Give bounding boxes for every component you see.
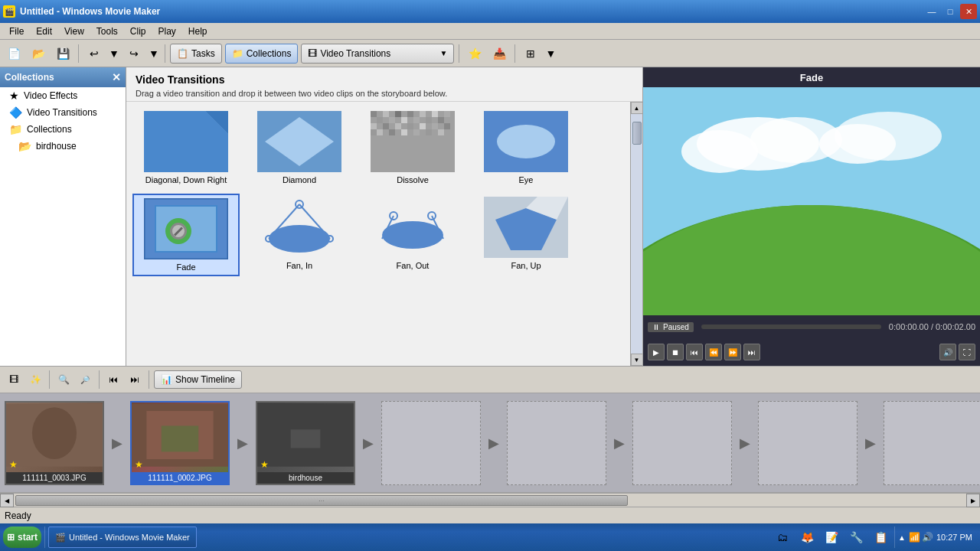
taskbar-separator (44, 527, 45, 548)
system-clock[interactable]: 10:27 PM (936, 533, 972, 542)
sidebar-item-video-transitions[interactable]: 🔷 Video Transitions (0, 104, 126, 121)
transitions-header: Video Transitions Drag a video transitio… (126, 67, 642, 102)
menu-file[interactable]: File (3, 24, 30, 38)
transitions-grid-container: Diagonal, Down Right Diamond (126, 102, 630, 366)
svg-rect-8 (377, 117, 383, 123)
next-frame-button[interactable]: ⏭ (743, 344, 760, 360)
transition-fan-out[interactable]: Fan, Out (359, 194, 466, 276)
menu-clip[interactable]: Clip (124, 24, 152, 38)
svg-rect-24 (432, 123, 438, 129)
start-label: start (18, 532, 38, 543)
sidebar-item-video-effects[interactable]: ★ Video Effects (0, 87, 126, 104)
tasks-button[interactable]: 📋 Tasks (170, 44, 222, 64)
show-timeline-label: Show Timeline (175, 374, 235, 385)
menu-edit[interactable]: Edit (30, 24, 58, 38)
volume-icon[interactable]: 🔊 (922, 532, 933, 543)
transitions-title: Video Transitions (136, 73, 633, 86)
svg-rect-22 (407, 123, 413, 129)
redo-dropdown[interactable]: ▼ (148, 43, 160, 64)
undo-dropdown[interactable]: ▼ (108, 43, 120, 64)
left-panel-close[interactable]: ✕ (112, 71, 121, 83)
storyboard-clip-3[interactable]: ★ birdhouse (256, 401, 355, 485)
save-button[interactable]: 💾 (52, 43, 74, 64)
svg-point-34 (497, 125, 555, 158)
next-frame-storyboard[interactable]: ⏭ (126, 370, 144, 389)
horizontal-scroll-thumb[interactable]: ⋯ (15, 495, 628, 506)
transition-label: Fan, In (286, 261, 312, 270)
svg-rect-28 (401, 129, 407, 135)
collections-label: Collections (247, 48, 292, 59)
tray-icon-browser[interactable]: 🦊 (796, 527, 818, 548)
grid-button[interactable]: ⊞ (520, 43, 541, 64)
transition-diamond[interactable]: Diamond (246, 108, 353, 187)
tray-icon-word[interactable]: 📝 (821, 527, 842, 548)
storyboard-icon-button[interactable]: 🎞 (5, 370, 23, 389)
transition-fade[interactable]: Fade (132, 194, 240, 276)
menu-view[interactable]: View (58, 24, 90, 38)
fullscreen-button[interactable]: ⛶ (959, 344, 975, 360)
start-button[interactable]: ⊞ start (3, 527, 41, 548)
clip-thumbnail (132, 403, 228, 472)
storyboard-clip-2[interactable]: ★ 111111_0002.JPG (130, 401, 230, 485)
transition-diagonal-down-right[interactable]: Diagonal, Down Right (132, 108, 240, 187)
prev-frame-button[interactable]: ⏮ (686, 344, 703, 360)
volume-button[interactable]: 🔊 (939, 344, 956, 360)
bt-separator-3 (149, 370, 149, 389)
sidebar-item-collections[interactable]: 📁 Collections (0, 121, 126, 138)
collections-button[interactable]: 📁 Collections (225, 44, 299, 64)
zoom-in-button[interactable]: 🔍 (54, 370, 73, 389)
scroll-up-arrow[interactable]: ▲ (631, 102, 643, 114)
storyboard-clip-1[interactable]: ★ 111111_0003.JPG (5, 401, 104, 485)
taskbar-moviemaker-app[interactable]: 🎬 Untitled - Windows Movie Maker (48, 527, 197, 548)
transition-label: Fade (176, 262, 195, 272)
tray-arrow[interactable]: ▲ (898, 533, 906, 542)
tray-icon-clipboard[interactable]: 📋 (870, 527, 891, 548)
transition-eye[interactable]: Eye (472, 108, 580, 187)
scroll-right-btn[interactable]: ▶ (966, 494, 980, 507)
transition-arrow-3: ▶ (355, 401, 381, 485)
vertical-scrollbar[interactable]: ▲ ▼ (630, 102, 642, 366)
toolbar-separator-1 (78, 44, 79, 63)
magic-wand-button[interactable]: ✨ (26, 370, 44, 389)
stop-button[interactable]: ⏹ (667, 344, 684, 360)
transition-fan-up[interactable]: Fan, Up (472, 194, 580, 276)
zoom-out-button[interactable]: 🔎 (76, 370, 94, 389)
transition-fan-in[interactable]: Fan, In (246, 194, 353, 276)
tasks-label: Tasks (191, 48, 215, 59)
menu-tools[interactable]: Tools (90, 24, 124, 38)
clip-label: 111111_0003.JPG (6, 472, 103, 484)
scroll-handle[interactable] (632, 122, 642, 145)
tray-icon-folder[interactable]: 🗂 (772, 527, 793, 548)
fast-forward-button[interactable]: ⏩ (724, 344, 741, 360)
menu-play[interactable]: Play (152, 24, 182, 38)
svg-rect-30 (426, 129, 432, 135)
prev-frame-storyboard[interactable]: ⏮ (104, 370, 122, 389)
transition-dissolve[interactable]: Dissolve (359, 108, 466, 187)
star-button[interactable]: ⭐ (464, 43, 485, 64)
clip-thumbnail (257, 403, 354, 472)
app-icon: 🎬 (3, 5, 15, 18)
undo-button[interactable]: ↩ (83, 43, 105, 64)
scroll-left-btn[interactable]: ◀ (0, 494, 14, 507)
rewind-button[interactable]: ⏪ (705, 344, 722, 360)
sidebar-item-birdhouse[interactable]: 📂 birdhouse (0, 138, 126, 155)
transitions-grid: Diagonal, Down Right Diamond (132, 108, 624, 276)
seek-bar[interactable] (701, 324, 881, 329)
tray-icon-settings[interactable]: 🔧 (845, 527, 867, 548)
minimize-button[interactable]: — (923, 4, 940, 19)
grid-dropdown[interactable]: ▼ (544, 43, 557, 64)
show-timeline-button[interactable]: 📊 Show Timeline (154, 370, 242, 389)
storyboard-scrollbar[interactable]: ◀ ⋯ ▶ (0, 493, 980, 507)
menu-help[interactable]: Help (182, 24, 214, 38)
import-button[interactable]: 📥 (488, 43, 510, 64)
play-button[interactable]: ▶ (648, 344, 665, 360)
new-button[interactable]: 📄 (3, 43, 24, 64)
tasks-icon: 📋 (177, 48, 188, 59)
redo-button[interactable]: ↪ (123, 43, 145, 64)
open-button[interactable]: 📂 (28, 43, 49, 64)
maximize-button[interactable]: □ (942, 4, 959, 19)
category-dropdown[interactable]: 🎞 Video Transitions ▼ (301, 44, 454, 64)
transition-thumb (257, 111, 341, 172)
close-button[interactable]: ✕ (960, 4, 977, 19)
scroll-down-arrow[interactable]: ▼ (631, 354, 643, 366)
